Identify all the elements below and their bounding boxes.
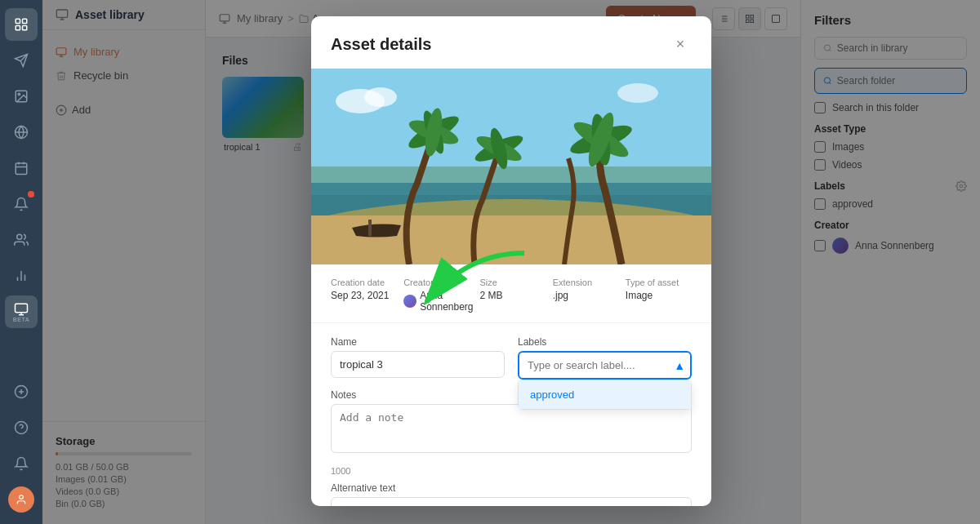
size-label: Size bbox=[480, 278, 546, 287]
creation-date-value: Sep 23, 2021 bbox=[331, 290, 397, 301]
name-form-label: Name bbox=[331, 336, 505, 348]
extension-label: Extension bbox=[553, 278, 619, 287]
modal-header: Asset details × bbox=[311, 16, 711, 69]
svg-rect-61 bbox=[311, 167, 711, 215]
dropdown-item-approved[interactable]: approved bbox=[519, 380, 691, 409]
sidebar-icon-library[interactable]: BETA bbox=[5, 295, 38, 328]
labels-form-group: Labels ▲ approved bbox=[518, 336, 692, 380]
svg-rect-0 bbox=[16, 19, 20, 23]
size-value: 2 MB bbox=[480, 290, 546, 301]
svg-rect-1 bbox=[23, 19, 27, 23]
asset-type-value: Image bbox=[626, 290, 692, 301]
sidebar-icon-calendar[interactable] bbox=[5, 152, 38, 184]
svg-rect-73 bbox=[368, 220, 372, 236]
labels-dropdown-wrapper: ▲ approved bbox=[518, 351, 692, 380]
asset-image-svg bbox=[311, 69, 711, 264]
sidebar-icon-home[interactable] bbox=[5, 8, 38, 41]
notes-textarea[interactable] bbox=[331, 404, 692, 453]
sidebar-icon-globe[interactable] bbox=[5, 116, 38, 149]
name-labels-row: Name Labels ▲ approved bbox=[331, 336, 692, 380]
icon-sidebar: BETA bbox=[0, 0, 42, 524]
beta-badge: BETA bbox=[13, 317, 30, 322]
svg-point-76 bbox=[617, 83, 658, 103]
sidebar-icon-users[interactable] bbox=[5, 224, 38, 256]
extension-value: .jpg bbox=[553, 290, 619, 301]
alt-text-form-label: Alternative text bbox=[331, 482, 692, 494]
modal-asset-image bbox=[311, 69, 711, 264]
sidebar-icon-user-avatar[interactable] bbox=[8, 486, 34, 513]
modal-overlay[interactable]: Asset details × bbox=[42, 0, 980, 524]
creator-value: Anna Sonnenberg bbox=[403, 290, 473, 313]
modal-close-button[interactable]: × bbox=[669, 33, 692, 56]
meta-extension: Extension .jpg bbox=[553, 278, 619, 313]
svg-point-14 bbox=[17, 234, 22, 239]
svg-point-26 bbox=[20, 495, 24, 500]
creation-date-label: Creation date bbox=[331, 278, 397, 287]
labels-form-label: Labels bbox=[518, 336, 692, 348]
svg-point-7 bbox=[18, 93, 20, 95]
svg-point-75 bbox=[364, 87, 397, 107]
sidebar-icon-help[interactable] bbox=[5, 411, 38, 444]
sidebar-icon-bell[interactable] bbox=[5, 447, 38, 480]
svg-rect-18 bbox=[16, 304, 28, 313]
modal-form: Name Labels ▲ approved bbox=[311, 323, 711, 506]
alt-text-input[interactable] bbox=[331, 497, 692, 506]
creator-name: Anna Sonnenberg bbox=[420, 290, 473, 313]
meta-creation-date: Creation date Sep 23, 2021 bbox=[331, 278, 397, 313]
modal-title: Asset details bbox=[331, 35, 431, 54]
labels-dropdown[interactable]: approved bbox=[518, 380, 692, 410]
asset-details-modal: Asset details × bbox=[311, 16, 711, 506]
modal-meta: Creation date Sep 23, 2021 Creator Anna … bbox=[311, 264, 711, 323]
creator-meta-avatar bbox=[403, 295, 416, 308]
sidebar-icon-image[interactable] bbox=[5, 80, 38, 113]
sidebar-icon-chart[interactable] bbox=[5, 260, 38, 292]
meta-size: Size 2 MB bbox=[480, 278, 546, 313]
meta-creator: Creator Anna Sonnenberg bbox=[403, 278, 473, 313]
sidebar-icon-send[interactable] bbox=[5, 44, 38, 77]
svg-rect-10 bbox=[16, 163, 27, 175]
name-form-group: Name bbox=[331, 336, 505, 380]
svg-rect-3 bbox=[23, 26, 27, 30]
sidebar-icon-notifications[interactable] bbox=[5, 188, 38, 220]
char-count: 1000 bbox=[331, 466, 692, 476]
labels-input[interactable] bbox=[518, 351, 692, 380]
sidebar-icon-add[interactable] bbox=[5, 375, 38, 408]
asset-type-label: Type of asset bbox=[626, 278, 692, 287]
creator-label: Creator bbox=[403, 278, 473, 287]
main-area: Asset library My library Recycle bin Add… bbox=[42, 0, 980, 524]
meta-asset-type: Type of asset Image bbox=[626, 278, 692, 313]
notification-badge bbox=[28, 191, 34, 198]
alt-text-group: Alternative text bbox=[331, 482, 692, 506]
svg-rect-2 bbox=[16, 26, 20, 30]
name-input[interactable] bbox=[331, 351, 505, 378]
